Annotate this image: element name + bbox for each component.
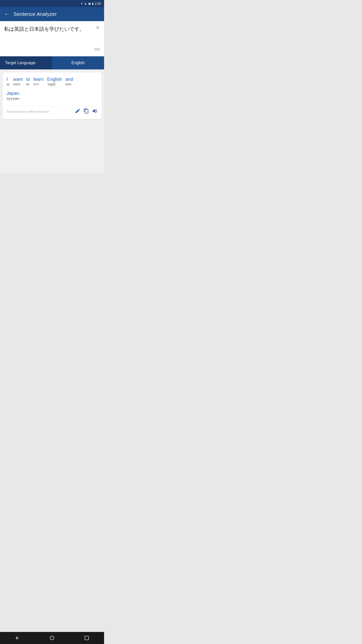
translated-by-label: Translated by online machine (7, 110, 49, 113)
app-bar: ← Sentence Analyzer (0, 7, 104, 21)
page-title: Sentence Analyzer (14, 11, 57, 17)
word-item-want[interactable]: want wɒnt (13, 76, 23, 87)
word-item-i[interactable]: I aɪ (7, 76, 10, 87)
clear-button[interactable]: ✕ (95, 25, 101, 31)
japan-phonetic: dʒə'pæn (7, 97, 98, 101)
edit-button[interactable] (75, 108, 80, 115)
status-icons: ✦ ▲ ▣ ▮ 2:55 (81, 2, 101, 6)
japan-word: Japan. (7, 91, 98, 96)
status-bar: ✦ ▲ ▣ ▮ 2:55 (0, 0, 104, 7)
back-button[interactable]: ← (4, 11, 10, 17)
main-content: 私は英語と日本語を学びたいです。 ✕ 183 Target Language: … (0, 21, 104, 173)
word-phonetic-english: 'ɪŋglɪʃ (47, 82, 56, 87)
analysis-card: I aɪ want wɒnt to tə learn lɜːn English … (3, 72, 102, 119)
word-item-english[interactable]: English 'ɪŋglɪʃ (47, 76, 62, 87)
char-count: 183 (4, 47, 100, 51)
word-item-to[interactable]: to tə (26, 76, 30, 87)
word-text-english: English (47, 76, 62, 82)
word-phonetic-i: aɪ (7, 82, 10, 87)
bluetooth-icon: ✦ (81, 2, 83, 5)
target-language-label: Target Language: (0, 56, 52, 69)
word-text-i: I (7, 76, 8, 82)
word-phonetic-and: ənd (65, 82, 71, 87)
word-phonetic-learn: lɜːn (33, 82, 39, 87)
battery-icon: ▮ (92, 2, 94, 5)
input-area: 私は英語と日本語を学びたいです。 ✕ 183 (0, 21, 104, 56)
footer-actions (75, 108, 98, 115)
word-text-want: want (13, 76, 23, 82)
speaker-button[interactable] (92, 108, 98, 115)
word-text-to: to (26, 76, 30, 82)
word-text-learn: learn (33, 76, 43, 82)
word-text-and: and (65, 76, 73, 82)
input-text[interactable]: 私は英語と日本語を学びたいです。 (4, 25, 100, 45)
copy-button[interactable] (83, 108, 89, 115)
word-phonetic-to: tə (26, 82, 29, 87)
japan-row[interactable]: Japan. dʒə'pæn (7, 91, 98, 101)
card-footer: Translated by online machine (7, 106, 98, 115)
status-time: 2:55 (95, 2, 101, 6)
word-item-learn[interactable]: learn lɜːn (33, 76, 43, 87)
words-row: I aɪ want wɒnt to tə learn lɜːn English … (7, 76, 98, 87)
sim-icon: ▣ (88, 2, 91, 5)
target-language-selector[interactable]: English (52, 56, 104, 69)
word-item-and[interactable]: and ənd (65, 76, 73, 87)
target-language-bar: Target Language: English (0, 56, 104, 69)
wifi-icon: ▲ (84, 2, 87, 5)
word-phonetic-want: wɒnt (13, 82, 20, 87)
